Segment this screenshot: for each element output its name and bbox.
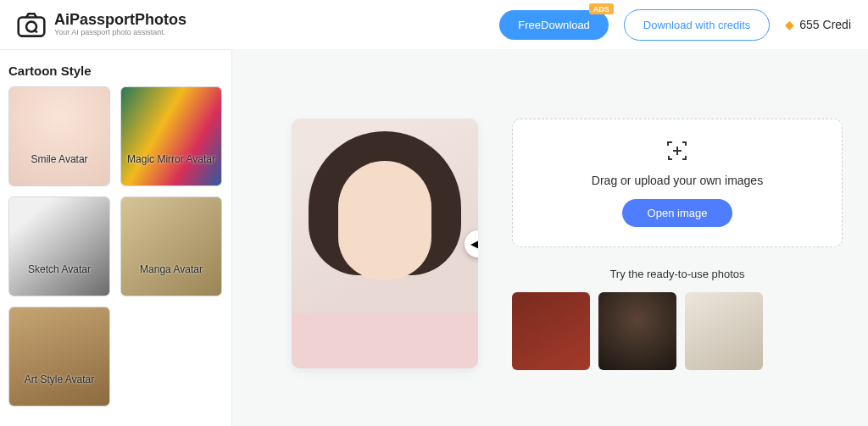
diamond-icon: ◆ [785, 18, 794, 31]
style-card-manga[interactable]: Manga Avatar [120, 196, 222, 296]
style-label: Smile Avatar [9, 153, 109, 165]
brand-subtitle: Your AI passport photo assistant. [54, 29, 186, 37]
ads-badge: ADS [589, 3, 614, 14]
open-image-button[interactable]: Open image [622, 199, 733, 227]
style-thumb [9, 197, 109, 296]
style-card-smile[interactable]: Smile Avatar [8, 86, 110, 186]
style-card-art-style[interactable]: Art Style Avatar [8, 307, 110, 407]
brand-title: AiPassportPhotos [54, 12, 186, 29]
credits-value: 655 Credi [799, 18, 851, 31]
download-with-credits-button[interactable]: Download with credits [624, 9, 770, 41]
style-sidebar: Cartoon Style Smile Avatar Magic Mirror … [0, 49, 232, 426]
samples-title: Try the ready-to-use photos [512, 268, 843, 280]
style-thumb [9, 307, 109, 406]
brand-logo[interactable]: AiPassportPhotos Your AI passport photo … [17, 11, 186, 38]
sidebar-title: Cartoon Style [8, 64, 223, 78]
style-label: Art Style Avatar [9, 373, 109, 385]
sample-photo-1[interactable] [512, 292, 590, 370]
sample-photo-2[interactable] [598, 292, 676, 370]
dropzone-text: Drag or upload your own images [592, 174, 763, 187]
style-thumb [121, 197, 221, 296]
style-card-magic-mirror[interactable]: Magic Mirror Avatar [120, 86, 222, 186]
sample-row [512, 292, 843, 370]
credits-display[interactable]: ◆ 655 Credi [785, 18, 851, 31]
upload-dropzone[interactable]: Drag or upload your own images Open imag… [512, 119, 843, 247]
style-card-sketch[interactable]: Sketch Avatar [8, 196, 110, 296]
camera-icon [17, 11, 46, 38]
style-thumb [9, 87, 109, 185]
svg-rect-0 [19, 18, 45, 36]
style-label: Sketch Avatar [9, 263, 109, 275]
sample-photo-3[interactable] [685, 292, 763, 370]
free-download-label: FreeDownload [518, 19, 590, 31]
preview-image [292, 119, 478, 368]
style-label: Manga Avatar [121, 263, 221, 275]
free-download-button[interactable]: FreeDownload ADS [499, 10, 609, 40]
style-thumb [121, 87, 221, 185]
preview-panel: ◀▶ [292, 119, 478, 368]
scan-plus-icon [666, 140, 688, 162]
style-label: Magic Mirror Avatar [121, 153, 221, 165]
